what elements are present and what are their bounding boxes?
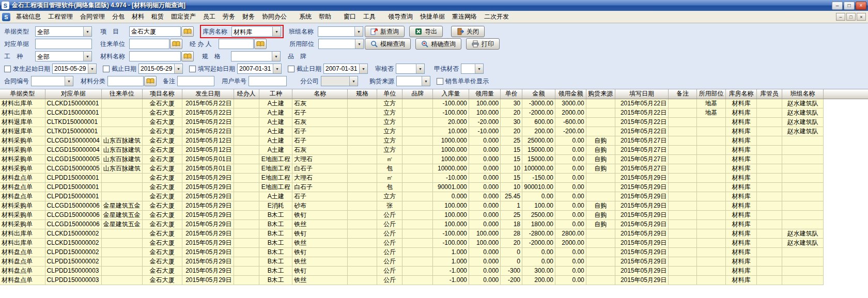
cell[interactable]: 0.00 <box>522 257 555 266</box>
cell[interactable]: 白石子 <box>292 182 348 192</box>
cell[interactable]: CLCKD150000001 <box>45 108 101 117</box>
menu-item[interactable]: 帮助 <box>315 11 335 23</box>
cell[interactable]: 0.000 <box>469 136 501 145</box>
cell[interactable]: -2000.00 <box>522 238 555 247</box>
cell[interactable]: 15000.00 <box>522 154 555 164</box>
cell[interactable] <box>586 275 615 285</box>
cell[interactable]: 材料库 <box>726 266 757 275</box>
cell[interactable]: 2800.00 <box>555 229 586 238</box>
cell[interactable] <box>402 257 433 266</box>
position-select[interactable]: ▼ <box>318 39 364 49</box>
cell[interactable]: 材料库 <box>726 127 757 136</box>
cell[interactable] <box>756 145 782 154</box>
cell[interactable] <box>782 257 823 266</box>
cell[interactable]: 200.00 <box>522 275 555 285</box>
cell[interactable]: 金星建筑五金 <box>101 210 142 219</box>
cell[interactable]: 石灰 <box>292 117 348 127</box>
menu-item[interactable]: 重连网络 <box>448 11 481 23</box>
cell[interactable]: 2015年05月12日 <box>182 145 234 154</box>
cell[interactable] <box>697 201 726 210</box>
minimize-button[interactable]: – <box>832 2 843 10</box>
cell[interactable]: 立方 <box>377 136 402 145</box>
cell[interactable]: 100.000 <box>469 108 501 117</box>
cell[interactable] <box>697 127 726 136</box>
cell[interactable] <box>697 182 726 192</box>
cell[interactable]: 3000.00 <box>555 99 586 108</box>
column-header[interactable]: 备注 <box>669 89 697 99</box>
cell[interactable]: 材料盘点单 <box>0 192 45 201</box>
cell[interactable]: 2015年05月29日 <box>615 247 669 257</box>
cell[interactable]: 2015年05月27日 <box>615 164 669 173</box>
project-input[interactable] <box>129 26 181 37</box>
cell[interactable] <box>234 136 259 145</box>
occur-end-date-select[interactable]: 2015-05-29 ▼ <box>138 64 183 74</box>
cell[interactable]: 0.000 <box>469 266 501 275</box>
mdi-close-button[interactable]: × <box>857 13 866 21</box>
cell[interactable] <box>756 182 782 192</box>
cell[interactable] <box>348 238 377 247</box>
cell[interactable]: 材料盘点单 <box>0 173 45 182</box>
cell[interactable] <box>586 257 615 266</box>
cell[interactable] <box>756 275 782 285</box>
cell[interactable] <box>697 154 726 164</box>
cell[interactable]: 0.000 <box>469 201 501 210</box>
cell[interactable] <box>402 108 433 117</box>
cell[interactable]: CLTKD150000001 <box>45 127 101 136</box>
cell[interactable] <box>234 127 259 136</box>
cell[interactable]: 15 <box>501 154 522 164</box>
cell[interactable]: 赵水建筑队 <box>782 108 823 117</box>
menu-item[interactable]: 协同办公 <box>258 11 290 23</box>
cell[interactable] <box>756 154 782 164</box>
cell[interactable]: 大理石 <box>292 154 348 164</box>
cell[interactable]: 金石大厦 <box>142 108 182 117</box>
cell[interactable] <box>782 136 823 145</box>
cell[interactable] <box>586 117 615 127</box>
cell[interactable]: 铁丝 <box>292 257 348 266</box>
column-header[interactable]: 填写日期 <box>615 89 669 99</box>
cell[interactable]: 1.000 <box>433 257 469 266</box>
cell[interactable]: 公斤 <box>377 229 402 238</box>
chevron-down-icon[interactable]: ▼ <box>355 39 363 49</box>
column-header[interactable]: 入库量 <box>433 89 469 99</box>
cell[interactable]: 材料库 <box>726 192 757 201</box>
cell[interactable]: 0.00 <box>522 192 555 201</box>
cell[interactable]: 0.000 <box>469 210 501 219</box>
warehouse-select[interactable]: 材料库 ▼ <box>231 26 281 37</box>
cell[interactable]: 金石大厦 <box>142 219 182 229</box>
cell[interactable]: A土建 <box>259 136 292 145</box>
cell[interactable] <box>348 117 377 127</box>
cell[interactable]: A土建 <box>259 108 292 117</box>
cell[interactable]: 材料盘点单 <box>0 247 45 257</box>
cell[interactable] <box>101 182 142 192</box>
cell[interactable] <box>234 145 259 154</box>
cell[interactable]: 10000.000 <box>433 164 469 173</box>
cell[interactable] <box>101 127 142 136</box>
cell[interactable]: CLPDD150000001 <box>45 182 101 192</box>
cell[interactable] <box>348 266 377 275</box>
column-header[interactable]: 品牌 <box>402 89 433 99</box>
cell[interactable] <box>782 210 823 219</box>
cell[interactable]: 2015年05月29日 <box>615 257 669 266</box>
new-query-button[interactable]: 新查询 <box>365 26 405 37</box>
menu-item[interactable]: 合同管理 <box>76 11 109 23</box>
cell[interactable]: 金石大厦 <box>142 192 182 201</box>
cell[interactable]: -200 <box>501 275 522 285</box>
cell[interactable] <box>586 182 615 192</box>
cell[interactable]: CLCGD150000006 <box>45 210 101 219</box>
cell[interactable]: 1000.000 <box>433 145 469 154</box>
menu-item[interactable]: 材料 <box>128 11 148 23</box>
cell[interactable] <box>669 164 697 173</box>
cell[interactable]: 材料库 <box>726 275 757 285</box>
menu-item[interactable]: 基础信息 <box>12 11 44 23</box>
cell[interactable] <box>669 238 697 247</box>
fuzzy-query-button[interactable]: 模糊查询 <box>365 38 411 50</box>
cell[interactable]: -100.000 <box>433 99 469 108</box>
cell[interactable] <box>402 238 433 247</box>
cell[interactable]: -20.000 <box>469 117 501 127</box>
cell[interactable]: 1000.000 <box>433 136 469 145</box>
cell[interactable] <box>756 210 782 219</box>
cell[interactable] <box>697 117 726 127</box>
cell[interactable]: 0.000 <box>469 192 501 201</box>
cell[interactable]: 公斤 <box>377 219 402 229</box>
cell[interactable]: 立方 <box>377 117 402 127</box>
